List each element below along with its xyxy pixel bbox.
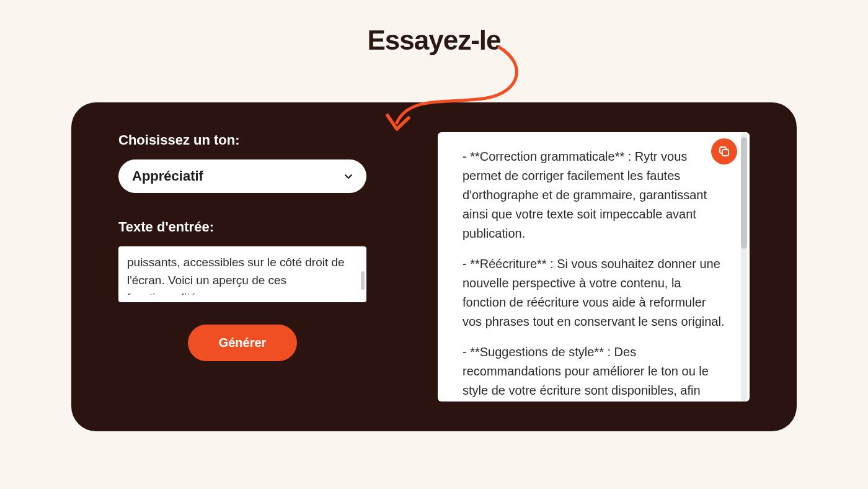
input-label: Texte d'entrée: (118, 219, 366, 235)
input-textarea-wrap (118, 246, 366, 302)
output-text: - **Correction grammaticale** : Rytr vou… (463, 147, 725, 400)
main-panel: Choisissez un ton: Appréciatif Texte d'e… (71, 102, 797, 431)
header: Essayez-le (0, 0, 868, 56)
copy-button[interactable] (711, 138, 737, 164)
copy-icon (718, 145, 730, 158)
output-paragraph: - **Suggestions de style** : Des recomma… (463, 343, 725, 400)
tone-label: Choisissez un ton: (118, 132, 366, 148)
chevron-down-icon (344, 172, 353, 181)
generate-button[interactable]: Générer (188, 325, 298, 361)
form-column: Choisissez un ton: Appréciatif Texte d'e… (118, 132, 366, 402)
output-panel: - **Correction grammaticale** : Rytr vou… (438, 132, 750, 402)
textarea-scrollbar[interactable] (361, 271, 365, 290)
output-paragraph: - **Réécriture** : Si vous souhaitez don… (463, 254, 725, 331)
tone-select-value: Appréciatif (132, 168, 203, 184)
tone-select[interactable]: Appréciatif (118, 159, 366, 193)
arrow-decoration-icon (381, 42, 530, 141)
output-paragraph: - **Correction grammaticale** : Rytr vou… (463, 147, 725, 243)
input-textarea[interactable] (127, 254, 358, 295)
output-scrollbar[interactable] (741, 137, 747, 249)
svg-rect-1 (722, 150, 728, 156)
